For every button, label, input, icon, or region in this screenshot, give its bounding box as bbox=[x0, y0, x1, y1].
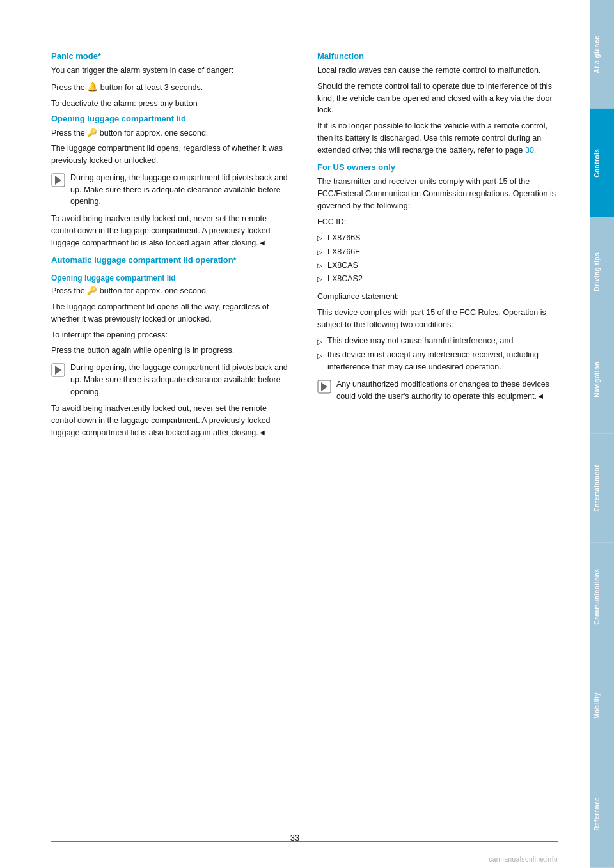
sidebar-tab-driving[interactable]: Driving tips bbox=[590, 217, 614, 326]
watermark: carmanualsonline.info bbox=[489, 856, 558, 863]
compliance-text: This device complies with part 15 of the… bbox=[317, 307, 558, 331]
malfunction-text2: Should the remote control fail to operat… bbox=[317, 81, 558, 116]
svg-marker-3 bbox=[55, 366, 61, 375]
fcc-id-label: FCC ID: bbox=[317, 216, 558, 228]
sidebar-tab-mobility[interactable]: Mobility bbox=[590, 651, 614, 760]
malfunction-section: Malfunction Local radio waves can cause … bbox=[317, 51, 558, 156]
page-divider-line bbox=[51, 841, 558, 842]
condition-item-1: This device may not cause harmful interf… bbox=[317, 335, 558, 347]
condition-item-2: this device must accept any interference… bbox=[317, 349, 558, 373]
sidebar-tab-entertainment[interactable]: Entertainment bbox=[590, 434, 614, 543]
panic-mode-text2: Press the 🔔 button for at least 3 second… bbox=[51, 81, 292, 94]
us-note-icon bbox=[317, 380, 331, 394]
two-column-layout: Panic mode* You can trigger the alarm sy… bbox=[51, 51, 558, 443]
panic-mode-text3: To deactivate the alarm: press any butto… bbox=[51, 98, 292, 110]
auto-open-text5: To avoid being inadvertently locked out,… bbox=[51, 403, 292, 438]
us-owners-heading: For US owners only bbox=[317, 162, 558, 172]
us-owners-note-text: Any unauthorized modifications or change… bbox=[336, 378, 558, 403]
compliance-label: Compliance statement: bbox=[317, 291, 558, 303]
malfunction-text1: Local radio waves can cause the remote c… bbox=[317, 65, 558, 77]
auto-open-text4: Press the button again while opening is … bbox=[51, 345, 292, 357]
automatic-heading: Automatic luggage compartment lid operat… bbox=[51, 255, 292, 265]
malfunction-heading: Malfunction bbox=[317, 51, 558, 61]
opening-luggage-text1: Press the 🔑 button for approx. one secon… bbox=[51, 127, 292, 139]
auto-note-icon bbox=[51, 363, 65, 377]
us-owners-text1: The transmitter and receiver units compl… bbox=[317, 176, 558, 212]
main-content: Panic mode* You can trigger the alarm sy… bbox=[0, 0, 590, 868]
left-column: Panic mode* You can trigger the alarm sy… bbox=[51, 51, 292, 443]
right-column: Malfunction Local radio waves can cause … bbox=[317, 51, 558, 443]
svg-marker-1 bbox=[55, 176, 61, 185]
fcc-id-item: LX8CAS2 bbox=[317, 272, 558, 286]
sidebar-tab-communications[interactable]: Communications bbox=[590, 543, 614, 651]
fcc-id-item: LX8CAS bbox=[317, 259, 558, 272]
us-owners-section: For US owners only The transmitter and r… bbox=[317, 162, 558, 402]
page-link-30[interactable]: 30 bbox=[525, 146, 534, 155]
panic-mode-text1: You can trigger the alarm system in case… bbox=[51, 65, 292, 77]
auto-open-note-text: During opening, the luggage compartment … bbox=[70, 362, 292, 398]
fcc-id-item: LX8766S bbox=[317, 231, 558, 245]
fcc-id-item: LX8766E bbox=[317, 245, 558, 259]
sidebar-tab-at-glance[interactable]: At a glance bbox=[590, 0, 614, 109]
opening-luggage-heading: Opening luggage compartment lid bbox=[51, 114, 292, 123]
page-container: Panic mode* You can trigger the alarm sy… bbox=[0, 0, 614, 868]
fcc-id-list: LX8766S LX8766E LX8CAS LX8CAS2 bbox=[317, 231, 558, 286]
automatic-section: Automatic luggage compartment lid operat… bbox=[51, 255, 292, 438]
opening-luggage-note: During opening, the luggage compartment … bbox=[51, 172, 292, 208]
auto-open-text1: Press the 🔑 button for approx. one secon… bbox=[51, 285, 292, 297]
panic-mode-section: Panic mode* You can trigger the alarm sy… bbox=[51, 51, 292, 110]
auto-open-text3: To interrupt the opening process: bbox=[51, 329, 292, 341]
auto-open-note: During opening, the luggage compartment … bbox=[51, 362, 292, 398]
opening-luggage-text2: The luggage compartment lid opens, regar… bbox=[51, 143, 292, 167]
panic-mode-heading: Panic mode* bbox=[51, 51, 292, 61]
sidebar-tab-navigation[interactable]: Navigation bbox=[590, 325, 614, 434]
opening-luggage-note-text: During opening, the luggage compartment … bbox=[70, 172, 292, 208]
page-number: 33 bbox=[290, 833, 299, 842]
malfunction-text3: If it is no longer possible to lock the … bbox=[317, 120, 558, 156]
right-sidebar: At a glance Controls Driving tips Naviga… bbox=[590, 0, 614, 868]
sidebar-tab-reference[interactable]: Reference bbox=[590, 759, 614, 868]
sidebar-tab-controls[interactable]: Controls bbox=[590, 109, 614, 217]
us-owners-note: Any unauthorized modifications or change… bbox=[317, 378, 558, 403]
note-icon bbox=[51, 173, 65, 187]
opening-luggage-section: Opening luggage compartment lid Press th… bbox=[51, 114, 292, 249]
auto-open-text2: The luggage compartment lid opens all th… bbox=[51, 301, 292, 325]
auto-open-sub-heading: Opening luggage compartment lid bbox=[51, 274, 292, 283]
opening-luggage-text3: To avoid being inadvertently locked out,… bbox=[51, 213, 292, 249]
svg-marker-5 bbox=[321, 382, 327, 391]
conditions-list: This device may not cause harmful interf… bbox=[317, 335, 558, 373]
